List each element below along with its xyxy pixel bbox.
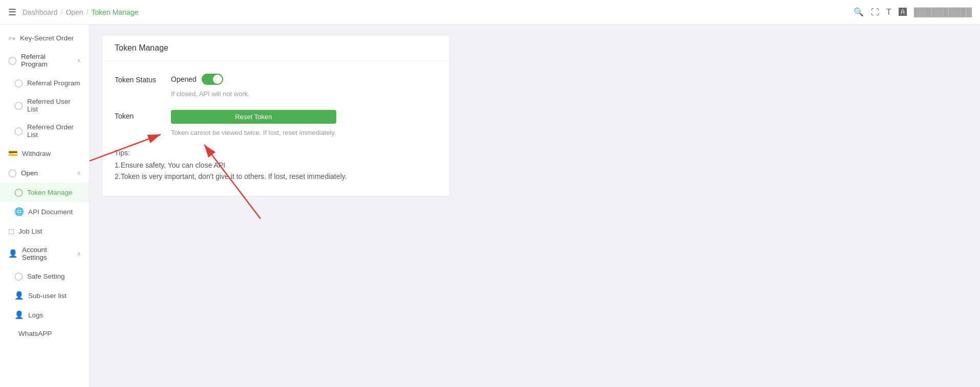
sidebar-label: Logs	[28, 311, 43, 319]
tips-list: 1.Ensure safety, You can close API 2.Tok…	[115, 161, 437, 180]
chevron-up-icon-account: ∧	[77, 251, 81, 257]
job-icon: ◻	[8, 226, 14, 236]
sidebar-label: WhatsAPP	[18, 330, 52, 337]
breadcrumb-sep-1: /	[61, 8, 63, 16]
card-body: Token Status Opened If closed, API will …	[102, 61, 449, 196]
topbar-left: ☰ Dashboard / Open / Token Manage	[8, 7, 138, 18]
topbar: ☰ Dashboard / Open / Token Manage 🔍 ⛶ T …	[0, 0, 980, 25]
token-status-hint: If closed, API will not work.	[171, 90, 250, 98]
breadcrumb-dashboard[interactable]: Dashboard	[23, 8, 58, 16]
tip-1: 1.Ensure safety, You can close API	[115, 161, 437, 169]
sidebar-item-job-list[interactable]: ◻ Job List	[0, 221, 89, 241]
breadcrumb-open[interactable]: Open	[66, 8, 83, 16]
token-manage-card: Token Manage Token Status Opened If clos…	[102, 35, 450, 196]
withdraw-icon: 💳	[8, 149, 18, 158]
sidebar-item-referral-program-header[interactable]: ◯ Referral Program ∧	[0, 48, 89, 73]
sidebar-label: Token Manage	[27, 189, 73, 196]
search-icon[interactable]: 🔍	[854, 7, 864, 17]
sidebar-item-referral-program[interactable]: ◯ Referral Program	[0, 73, 89, 93]
breadcrumb-sep-2: /	[86, 8, 89, 16]
topbar-user: ██████████	[914, 8, 972, 17]
reset-token-button[interactable]: Reset Token	[171, 110, 336, 124]
toggle-wrap: Opened	[171, 74, 250, 85]
chevron-up-icon-open: ∧	[77, 170, 81, 176]
sidebar-label: Referral Program	[27, 79, 80, 87]
main-content: Token Manage Token Status Opened If clos…	[90, 25, 980, 387]
topbar-right: 🔍 ⛶ T 🅰 ██████████	[854, 7, 972, 17]
safe-icon: ◯	[14, 271, 23, 281]
open-icon: ◯	[8, 168, 17, 177]
sidebar-label: Safe Setting	[27, 272, 65, 280]
sub-user-icon: 👤	[14, 291, 24, 300]
sidebar-item-open-header[interactable]: ◯ Open ∧	[0, 163, 89, 183]
token-content: Reset Token Token cannot be viewed twice…	[171, 110, 336, 136]
api-icon: 🌐	[14, 207, 24, 216]
logs-icon: 👤	[14, 310, 24, 320]
account-icon: 👤	[8, 249, 18, 258]
token-status-row: Token Status Opened If closed, API will …	[115, 74, 437, 98]
sidebar-label: Open	[21, 169, 38, 177]
token-label: Token	[115, 110, 171, 120]
sidebar: 🗝 Key-Secret Order ◯ Referral Program ∧ …	[0, 25, 90, 387]
hamburger-icon[interactable]: ☰	[8, 7, 16, 18]
token-row: Token Reset Token Token cannot be viewed…	[115, 110, 437, 136]
sidebar-label: API Document	[28, 208, 73, 216]
layout: 🗝 Key-Secret Order ◯ Referral Program ∧ …	[0, 25, 980, 387]
sidebar-item-sub-user-list[interactable]: 👤 Sub-user list	[0, 286, 89, 305]
sidebar-label: Key-Secret Order	[20, 34, 74, 42]
breadcrumb-token-manage: Token Manage	[92, 8, 139, 16]
token-status-content: Opened If closed, API will not work.	[171, 74, 250, 98]
referred-user-icon: ◯	[14, 101, 23, 110]
sidebar-label: Referred User List	[27, 98, 81, 113]
font-icon[interactable]: T	[886, 8, 891, 17]
sidebar-item-whatsapp[interactable]: WhatsAPP	[0, 325, 89, 343]
sidebar-item-safe-setting[interactable]: ◯ Safe Setting	[0, 266, 89, 286]
sidebar-item-account-settings[interactable]: 👤 Account Settings ∧	[0, 241, 89, 266]
sidebar-item-key-secret-order[interactable]: 🗝 Key-Secret Order	[0, 29, 89, 48]
token-icon: ◯	[14, 188, 23, 197]
sidebar-label: Sub-user list	[28, 292, 67, 300]
sidebar-label: Withdraw	[22, 150, 51, 157]
sidebar-item-referred-order-list[interactable]: ◯ Referred Order List	[0, 118, 89, 144]
sidebar-label: Referred Order List	[27, 123, 81, 139]
tip-2: 2.Token is very important, don't give it…	[115, 172, 437, 180]
sidebar-item-withdraw[interactable]: 💳 Withdraw	[0, 144, 89, 163]
sidebar-item-token-manage[interactable]: ◯ Token Manage	[0, 183, 89, 202]
sidebar-label: Account Settings	[22, 246, 73, 261]
key-icon: 🗝	[8, 34, 16, 42]
referred-order-icon: ◯	[14, 126, 23, 135]
breadcrumb: Dashboard / Open / Token Manage	[23, 8, 138, 16]
sidebar-item-logs[interactable]: 👤 Logs	[0, 305, 89, 325]
sidebar-item-api-document[interactable]: 🌐 API Document	[0, 202, 89, 221]
referral-icon: ◯	[8, 56, 17, 65]
chevron-up-icon: ∧	[77, 57, 81, 64]
sidebar-item-referred-user-list[interactable]: ◯ Referred User List	[0, 93, 89, 118]
tips-section: Tips: 1.Ensure safety, You can close API…	[115, 149, 437, 180]
token-status-toggle[interactable]	[202, 74, 223, 85]
token-status-value: Opened	[171, 75, 197, 83]
sidebar-label: Job List	[18, 227, 42, 235]
fullscreen-icon[interactable]: ⛶	[871, 8, 879, 17]
card-title: Token Manage	[102, 35, 449, 61]
sidebar-label: Referral Program	[21, 53, 73, 68]
accessibility-icon[interactable]: 🅰	[899, 8, 907, 17]
tips-title: Tips:	[115, 149, 437, 157]
token-status-label: Token Status	[115, 74, 171, 84]
card-wrapper: Token Manage Token Status Opened If clos…	[102, 35, 450, 196]
token-hint: Token cannot be viewed twice. If lost, r…	[171, 129, 336, 136]
referral-sub-icon: ◯	[14, 78, 23, 87]
